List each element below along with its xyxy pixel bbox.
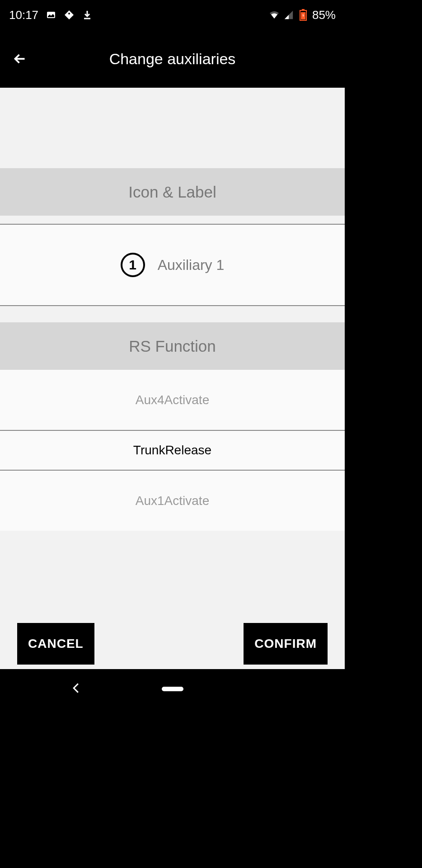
signal-icon <box>283 9 294 20</box>
main-content: Icon & Label 1 Auxiliary 1 RS Function A… <box>0 88 345 669</box>
confirm-button[interactable]: CONFIRM <box>244 623 328 665</box>
rs-function-picker[interactable]: Aux4Activate TrunkRelease Aux1Activate <box>0 370 345 531</box>
nav-bar <box>0 669 345 709</box>
app-bar: Change auxiliaries <box>0 30 345 88</box>
cancel-button[interactable]: CANCEL <box>17 623 94 665</box>
rs-function-section-header: RS Function <box>0 322 345 370</box>
page-title: Change auxiliaries <box>109 50 236 68</box>
status-left: 10:17 <box>9 8 93 22</box>
aux-label: Auxiliary 1 <box>158 257 225 274</box>
back-button[interactable] <box>9 48 31 70</box>
section-gap <box>0 216 345 225</box>
icon-label-section-header: Icon & Label <box>0 168 345 216</box>
image-icon <box>46 9 56 20</box>
battery-percentage: 85% <box>312 8 336 22</box>
nav-back-icon[interactable] <box>72 683 80 696</box>
function-option[interactable]: Aux1Activate <box>0 471 345 531</box>
nav-home-pill[interactable] <box>162 687 183 691</box>
tag-icon <box>64 9 75 20</box>
spacer <box>0 306 345 322</box>
status-time: 10:17 <box>9 8 38 22</box>
aux-number-icon: 1 <box>121 253 145 277</box>
function-option[interactable]: Aux4Activate <box>0 370 345 430</box>
download-icon <box>82 9 93 20</box>
status-bar: 10:17 85% <box>0 0 345 30</box>
status-right: 85% <box>269 8 336 22</box>
svg-point-1 <box>68 13 70 14</box>
function-option-selected[interactable]: TrunkRelease <box>0 430 345 471</box>
spacer <box>0 88 345 168</box>
wifi-icon <box>269 9 280 20</box>
battery-icon <box>298 9 309 20</box>
button-bar: CANCEL CONFIRM <box>0 623 345 665</box>
icon-label-picker[interactable]: 1 Auxiliary 1 <box>0 225 345 306</box>
